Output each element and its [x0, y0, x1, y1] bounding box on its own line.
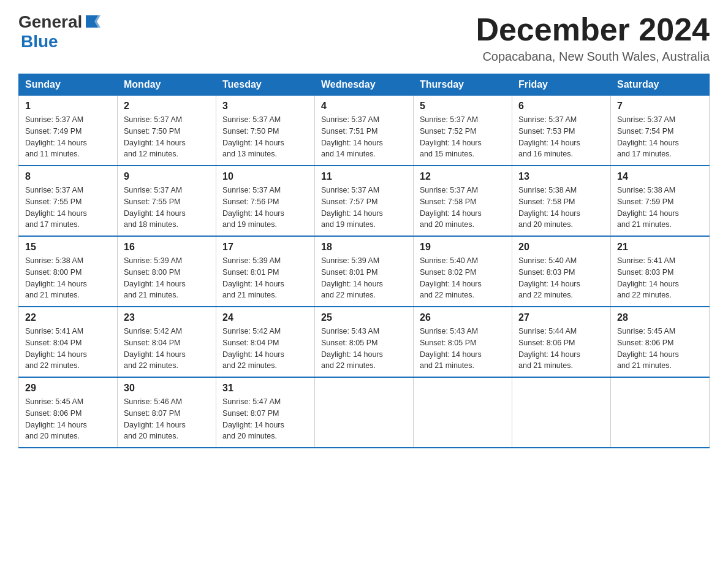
- calendar-cell: 6Sunrise: 5:37 AMSunset: 7:53 PMDaylight…: [512, 96, 611, 166]
- day-number: 10: [222, 171, 308, 182]
- day-info: Sunrise: 5:41 AMSunset: 8:03 PMDaylight:…: [617, 255, 703, 301]
- weekday-header-monday: Monday: [118, 74, 216, 96]
- day-info: Sunrise: 5:45 AMSunset: 8:06 PMDaylight:…: [25, 396, 111, 442]
- logo-blue-text: Blue: [21, 32, 58, 52]
- day-info: Sunrise: 5:37 AMSunset: 7:54 PMDaylight:…: [617, 114, 703, 160]
- calendar-cell: 13Sunrise: 5:38 AMSunset: 7:58 PMDayligh…: [512, 166, 611, 236]
- day-number: 28: [617, 312, 703, 323]
- calendar-cell: 15Sunrise: 5:38 AMSunset: 8:00 PMDayligh…: [19, 236, 118, 307]
- calendar-cell: 8Sunrise: 5:37 AMSunset: 7:55 PMDaylight…: [19, 166, 118, 236]
- day-number: 4: [321, 101, 407, 112]
- calendar-cell: 4Sunrise: 5:37 AMSunset: 7:51 PMDaylight…: [315, 96, 414, 166]
- page-header: General Blue December 2024 Copacabana, N…: [18, 12, 710, 64]
- calendar-cell: 16Sunrise: 5:39 AMSunset: 8:00 PMDayligh…: [118, 236, 216, 307]
- day-number: 16: [124, 242, 210, 253]
- calendar-cell: 5Sunrise: 5:37 AMSunset: 7:52 PMDaylight…: [414, 96, 512, 166]
- day-number: 5: [420, 101, 506, 112]
- day-number: 1: [25, 101, 111, 112]
- calendar-cell: 9Sunrise: 5:37 AMSunset: 7:55 PMDaylight…: [118, 166, 216, 236]
- day-number: 8: [25, 171, 111, 182]
- calendar-cell: [512, 377, 611, 448]
- calendar-week-row: 15Sunrise: 5:38 AMSunset: 8:00 PMDayligh…: [19, 236, 710, 307]
- day-info: Sunrise: 5:42 AMSunset: 8:04 PMDaylight:…: [222, 326, 308, 372]
- day-number: 24: [222, 312, 308, 323]
- calendar-cell: 22Sunrise: 5:41 AMSunset: 8:04 PMDayligh…: [19, 307, 118, 377]
- calendar-cell: 26Sunrise: 5:43 AMSunset: 8:05 PMDayligh…: [414, 307, 512, 377]
- day-number: 17: [222, 242, 308, 253]
- calendar-cell: 25Sunrise: 5:43 AMSunset: 8:05 PMDayligh…: [315, 307, 414, 377]
- calendar-cell: 28Sunrise: 5:45 AMSunset: 8:06 PMDayligh…: [611, 307, 710, 377]
- calendar-cell: [611, 377, 710, 448]
- day-info: Sunrise: 5:37 AMSunset: 7:50 PMDaylight:…: [222, 114, 308, 160]
- calendar-cell: 18Sunrise: 5:39 AMSunset: 8:01 PMDayligh…: [315, 236, 414, 307]
- weekday-header-saturday: Saturday: [611, 74, 710, 96]
- day-number: 15: [25, 242, 111, 253]
- day-info: Sunrise: 5:38 AMSunset: 7:58 PMDaylight:…: [518, 185, 604, 231]
- weekday-header-tuesday: Tuesday: [216, 74, 315, 96]
- day-info: Sunrise: 5:37 AMSunset: 7:51 PMDaylight:…: [321, 114, 407, 160]
- calendar-cell: [315, 377, 414, 448]
- calendar-cell: 24Sunrise: 5:42 AMSunset: 8:04 PMDayligh…: [216, 307, 315, 377]
- day-number: 25: [321, 312, 407, 323]
- calendar-cell: 23Sunrise: 5:42 AMSunset: 8:04 PMDayligh…: [118, 307, 216, 377]
- calendar-cell: 3Sunrise: 5:37 AMSunset: 7:50 PMDaylight…: [216, 96, 315, 166]
- day-number: 29: [25, 383, 111, 394]
- day-info: Sunrise: 5:44 AMSunset: 8:06 PMDaylight:…: [518, 326, 604, 372]
- calendar-week-row: 29Sunrise: 5:45 AMSunset: 8:06 PMDayligh…: [19, 377, 710, 448]
- day-info: Sunrise: 5:46 AMSunset: 8:07 PMDaylight:…: [124, 396, 210, 442]
- day-number: 7: [617, 101, 703, 112]
- calendar-cell: 31Sunrise: 5:47 AMSunset: 8:07 PMDayligh…: [216, 377, 315, 448]
- calendar-cell: 1Sunrise: 5:37 AMSunset: 7:49 PMDaylight…: [19, 96, 118, 166]
- calendar-cell: 12Sunrise: 5:37 AMSunset: 7:58 PMDayligh…: [414, 166, 512, 236]
- month-title: December 2024: [476, 12, 710, 47]
- day-number: 27: [518, 312, 604, 323]
- weekday-header-friday: Friday: [512, 74, 611, 96]
- weekday-header-thursday: Thursday: [414, 74, 512, 96]
- day-info: Sunrise: 5:37 AMSunset: 7:49 PMDaylight:…: [25, 114, 111, 160]
- calendar-week-row: 1Sunrise: 5:37 AMSunset: 7:49 PMDaylight…: [19, 96, 710, 166]
- day-info: Sunrise: 5:47 AMSunset: 8:07 PMDaylight:…: [222, 396, 308, 442]
- calendar-week-row: 8Sunrise: 5:37 AMSunset: 7:55 PMDaylight…: [19, 166, 710, 236]
- day-info: Sunrise: 5:40 AMSunset: 8:02 PMDaylight:…: [420, 255, 506, 301]
- day-number: 31: [222, 383, 308, 394]
- day-number: 19: [420, 242, 506, 253]
- day-info: Sunrise: 5:41 AMSunset: 8:04 PMDaylight:…: [25, 326, 111, 372]
- calendar-cell: 20Sunrise: 5:40 AMSunset: 8:03 PMDayligh…: [512, 236, 611, 307]
- day-info: Sunrise: 5:37 AMSunset: 7:58 PMDaylight:…: [420, 185, 506, 231]
- day-number: 23: [124, 312, 210, 323]
- weekday-header-wednesday: Wednesday: [315, 74, 414, 96]
- day-number: 22: [25, 312, 111, 323]
- day-info: Sunrise: 5:37 AMSunset: 7:50 PMDaylight:…: [124, 114, 210, 160]
- calendar-cell: 19Sunrise: 5:40 AMSunset: 8:02 PMDayligh…: [414, 236, 512, 307]
- day-info: Sunrise: 5:43 AMSunset: 8:05 PMDaylight:…: [420, 326, 506, 372]
- weekday-header-sunday: Sunday: [19, 74, 118, 96]
- day-number: 13: [518, 171, 604, 182]
- day-number: 2: [124, 101, 210, 112]
- day-info: Sunrise: 5:37 AMSunset: 7:52 PMDaylight:…: [420, 114, 506, 160]
- day-info: Sunrise: 5:39 AMSunset: 8:00 PMDaylight:…: [124, 255, 210, 301]
- day-info: Sunrise: 5:38 AMSunset: 8:00 PMDaylight:…: [25, 255, 111, 301]
- day-number: 26: [420, 312, 506, 323]
- day-info: Sunrise: 5:40 AMSunset: 8:03 PMDaylight:…: [518, 255, 604, 301]
- calendar-cell: 17Sunrise: 5:39 AMSunset: 8:01 PMDayligh…: [216, 236, 315, 307]
- calendar-cell: 21Sunrise: 5:41 AMSunset: 8:03 PMDayligh…: [611, 236, 710, 307]
- day-number: 9: [124, 171, 210, 182]
- day-info: Sunrise: 5:37 AMSunset: 7:55 PMDaylight:…: [124, 185, 210, 231]
- day-info: Sunrise: 5:42 AMSunset: 8:04 PMDaylight:…: [124, 326, 210, 372]
- day-number: 14: [617, 171, 703, 182]
- logo-flag-icon: [83, 13, 100, 30]
- calendar-cell: 2Sunrise: 5:37 AMSunset: 7:50 PMDaylight…: [118, 96, 216, 166]
- calendar-cell: 30Sunrise: 5:46 AMSunset: 8:07 PMDayligh…: [118, 377, 216, 448]
- day-info: Sunrise: 5:45 AMSunset: 8:06 PMDaylight:…: [617, 326, 703, 372]
- logo: General Blue: [18, 12, 100, 52]
- day-info: Sunrise: 5:37 AMSunset: 7:56 PMDaylight:…: [222, 185, 308, 231]
- day-number: 18: [321, 242, 407, 253]
- calendar-cell: 27Sunrise: 5:44 AMSunset: 8:06 PMDayligh…: [512, 307, 611, 377]
- day-number: 6: [518, 101, 604, 112]
- day-info: Sunrise: 5:37 AMSunset: 7:57 PMDaylight:…: [321, 185, 407, 231]
- day-number: 20: [518, 242, 604, 253]
- day-number: 30: [124, 383, 210, 394]
- calendar-cell: [414, 377, 512, 448]
- calendar-cell: 14Sunrise: 5:38 AMSunset: 7:59 PMDayligh…: [611, 166, 710, 236]
- calendar-table: SundayMondayTuesdayWednesdayThursdayFrid…: [18, 74, 710, 448]
